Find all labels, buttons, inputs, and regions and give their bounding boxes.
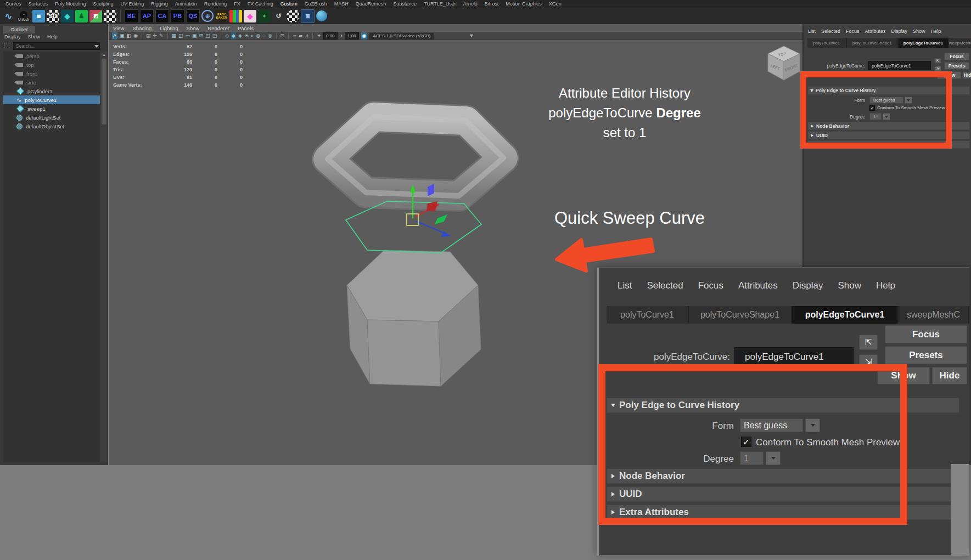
shadows-icon[interactable]: ◐ (251, 32, 254, 39)
menu-surfaces[interactable]: Surfaces (29, 1, 48, 7)
outliner-menu-help[interactable]: Help (47, 34, 58, 39)
safe-action-icon[interactable]: ◰ (205, 32, 210, 39)
vp-menu-panels[interactable]: Panels (238, 25, 254, 31)
outliner-item-defaultlightset[interactable]: defaultLightSet (3, 113, 100, 122)
tab-polyedgetocurve1[interactable]: polyEdgeToCurve1 (792, 306, 899, 324)
lock-camera-icon[interactable]: ▣ (120, 32, 125, 39)
diamond-tool-icon[interactable]: ◆ (61, 10, 74, 22)
easy-baker-icon[interactable]: EASY BAKER (215, 10, 228, 22)
hide-button[interactable]: Hide (962, 71, 971, 79)
ae-menu-display[interactable]: Display (793, 280, 823, 291)
tear-off-copy-icon[interactable]: ⇲ (934, 66, 941, 71)
search-dropdown-icon[interactable] (94, 45, 99, 48)
ae-menu-attributes[interactable]: Attributes (738, 280, 778, 291)
lights-icon[interactable]: ☀ (244, 32, 249, 39)
colorspace-dropdown[interactable]: ACES 1.0 SDR-video (sRGB) (369, 33, 434, 39)
outliner-item-side[interactable]: side (3, 78, 100, 87)
presets-button[interactable]: Presets (885, 346, 967, 364)
ae-menu-help[interactable]: Help (931, 29, 941, 34)
menu-fx[interactable]: FX (234, 1, 240, 7)
image-plane-icon[interactable]: ▤ (146, 32, 151, 39)
ae-menu-help[interactable]: Help (876, 280, 895, 291)
transfer-cube-tool-icon[interactable]: ◩ (89, 10, 102, 22)
vp-menu-renderer[interactable]: Renderer (207, 25, 229, 31)
textured-icon[interactable]: ◈ (238, 32, 242, 39)
palette-icon[interactable] (229, 10, 242, 22)
grease-pencil-icon[interactable]: ✎ (159, 32, 164, 39)
ae-menu-display[interactable]: Display (891, 29, 908, 34)
wireframe-icon[interactable]: ◇ (225, 32, 229, 39)
resolution-gate-icon[interactable]: ▭ (186, 32, 190, 39)
vp-menu-show[interactable]: Show (187, 25, 200, 31)
selection-highlight-icon[interactable]: ⊿ (305, 32, 309, 39)
shelf-be-button[interactable]: BE (125, 9, 138, 23)
outliner-search-input[interactable] (13, 42, 100, 50)
menu-substance[interactable]: Substance (393, 1, 417, 7)
2d-pan-icon[interactable]: ✛ (153, 32, 157, 39)
presets-button[interactable]: Presets (944, 62, 969, 70)
menu-mash[interactable]: MASH (334, 1, 349, 7)
tab-polytocurveshape1[interactable]: polyToCurveShape1 (689, 306, 792, 324)
menu-poly-modeling[interactable]: Poly Modeling (55, 1, 86, 7)
tab-polytocurve1[interactable]: polyToCurve1 (807, 38, 847, 48)
outliner-menu-display[interactable]: Display (4, 34, 21, 39)
menu-bifrost[interactable]: Bifrost (485, 1, 499, 7)
shelf-ca-button[interactable]: CA (155, 9, 169, 23)
exposure-icon[interactable]: ✦ (317, 32, 321, 39)
prism-icon[interactable]: ◆ (244, 10, 256, 22)
ae-menu-focus[interactable]: Focus (698, 280, 723, 291)
outliner-item-polytocurve1[interactable]: ∿polyToCurve1 (3, 95, 100, 104)
focus-button[interactable]: Focus (885, 325, 967, 343)
uv-editor-icon[interactable]: ▣ (301, 9, 315, 23)
color-management-icon[interactable]: ◉ (361, 32, 368, 39)
shaded-icon[interactable]: ◆ (231, 32, 236, 39)
bookmark-icon[interactable]: ◉ (133, 32, 138, 39)
curve-c-icon[interactable]: ↺ (272, 10, 285, 22)
camera-attributes-icon[interactable]: ◧ (127, 32, 132, 39)
tree-icon[interactable]: ⌖ (258, 10, 271, 22)
character-tool-icon[interactable]: ♟ (75, 10, 88, 22)
view-cube[interactable]: TOP LEFT FRONT (766, 45, 802, 83)
outliner-item-pcylinder1[interactable]: pCylinder1 (3, 87, 100, 95)
sd-tool-icon[interactable]: SD (47, 10, 59, 22)
film-gate-icon[interactable]: ◫ (178, 32, 183, 39)
outliner-scrollbar[interactable]: ▲ (100, 52, 108, 462)
gamma-icon[interactable]: ◑ (340, 32, 343, 39)
outliner-item-front[interactable]: front (3, 69, 100, 78)
shelf-pb-button[interactable]: PB (171, 9, 184, 23)
hide-button[interactable]: Hide (932, 367, 967, 384)
vp-menu-lighting[interactable]: Lighting (160, 25, 178, 31)
field-chart-icon[interactable]: ⊞ (199, 32, 204, 39)
select-camera-icon[interactable]: A (112, 32, 117, 39)
tab-polytocurve1[interactable]: polyToCurve1 (607, 306, 689, 324)
vp-menu-view[interactable]: View (113, 25, 124, 31)
wire-sphere-icon[interactable]: ⊕ (201, 10, 214, 22)
menu-rendering[interactable]: Rendering (204, 1, 227, 7)
unlock-tool[interactable]: ◔ Unlock (16, 11, 31, 21)
shelf-qs-button[interactable]: QS (186, 9, 200, 23)
chevron-down-icon[interactable]: ▼ (469, 32, 474, 39)
gamma-field[interactable]: 1.00 (345, 32, 359, 39)
outliner-item-defaultobjectset[interactable]: defaultObjectSet (3, 122, 100, 131)
sphere-icon[interactable] (316, 10, 327, 21)
menu-sculpting[interactable]: Sculpting (93, 1, 114, 7)
xray-icon[interactable]: ▱ (293, 32, 296, 39)
grid-icon[interactable]: ▦ (172, 32, 177, 39)
menu-turtle-user[interactable]: TURTLE_User (424, 1, 456, 7)
ae-menu-selected[interactable]: Selected (647, 280, 683, 291)
outliner-menu-show[interactable]: Show (28, 34, 41, 39)
menu-uv-editing[interactable]: UV Editing (121, 1, 144, 7)
menu-gozbrush[interactable]: GoZBrush (305, 1, 327, 7)
menu-fx-caching[interactable]: FX Caching (248, 1, 273, 7)
outliner-item-sweep1[interactable]: sweep1 (3, 104, 100, 113)
dock-editor-icon[interactable]: ⇱ (859, 335, 878, 350)
curve-tool-icon[interactable]: ∿ (2, 10, 15, 22)
tab-sweepmeshc[interactable]: sweepMeshC (899, 306, 969, 324)
scroll-up-icon[interactable]: ▲ (100, 52, 108, 58)
node-name-field[interactable]: polyEdgeToCurve1 (868, 61, 931, 70)
menu-quadremesh[interactable]: QuadRemesh (356, 1, 386, 7)
screen-ao-icon[interactable]: ◍ (256, 32, 260, 39)
shelf-ap-button[interactable]: AP (140, 9, 154, 23)
tab-polytocurveshape1[interactable]: polyToCurveShape1 (847, 38, 899, 48)
checker-tool-icon[interactable] (104, 10, 116, 22)
